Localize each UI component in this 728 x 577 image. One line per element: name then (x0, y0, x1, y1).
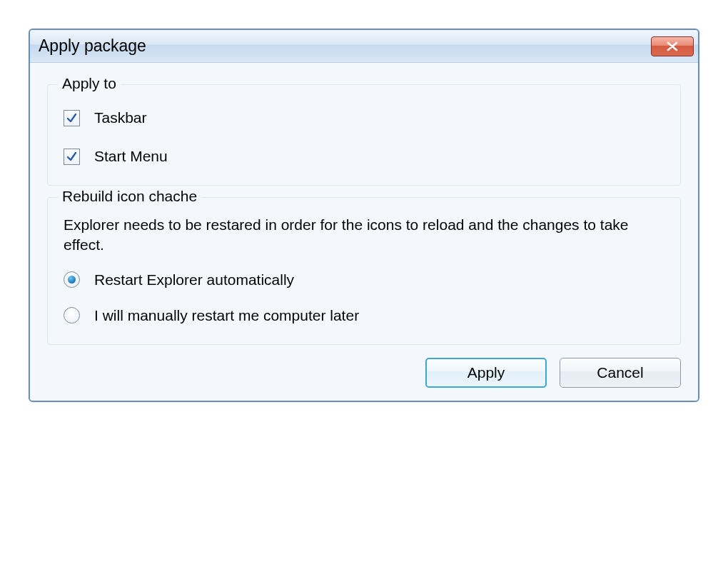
rebuild-legend: Rebuild icon chache (58, 188, 201, 205)
cancel-button[interactable]: Cancel (560, 358, 681, 388)
checkmark-icon (66, 112, 78, 124)
restart-auto-radio-row[interactable]: Restart Explorer automatically (64, 271, 664, 288)
startmenu-checkbox[interactable] (64, 149, 80, 165)
rebuild-description: Explorer needs to be restared in order f… (64, 215, 664, 256)
apply-button[interactable]: Apply (425, 358, 547, 388)
restart-manual-radio[interactable] (64, 307, 80, 323)
cancel-button-label: Cancel (597, 364, 643, 381)
taskbar-label: Taskbar (94, 109, 147, 126)
dialog-body: Apply to Taskbar Start Menu Reb (30, 63, 698, 401)
close-button[interactable] (651, 36, 694, 56)
startmenu-label: Start Menu (94, 148, 168, 165)
apply-to-group: Apply to Taskbar Start Menu (47, 84, 681, 186)
apply-button-label: Apply (467, 364, 505, 381)
button-row: Apply Cancel (47, 358, 681, 388)
rebuild-group: Rebuild icon chache Explorer needs to be… (47, 197, 681, 345)
checkmark-icon (66, 151, 78, 163)
window-title: Apply package (39, 36, 146, 56)
restart-manual-label: I will manually restart me computer late… (94, 307, 359, 324)
dialog-window: Apply package Apply to Taskbar (29, 29, 699, 402)
restart-auto-radio[interactable] (64, 271, 80, 288)
apply-to-legend: Apply to (58, 75, 121, 92)
startmenu-checkbox-row[interactable]: Start Menu (64, 148, 664, 165)
restart-manual-radio-row[interactable]: I will manually restart me computer late… (64, 307, 664, 324)
taskbar-checkbox[interactable] (64, 110, 80, 126)
close-icon (666, 41, 679, 51)
restart-auto-label: Restart Explorer automatically (94, 271, 294, 288)
titlebar[interactable]: Apply package (30, 30, 698, 63)
taskbar-checkbox-row[interactable]: Taskbar (64, 109, 664, 126)
